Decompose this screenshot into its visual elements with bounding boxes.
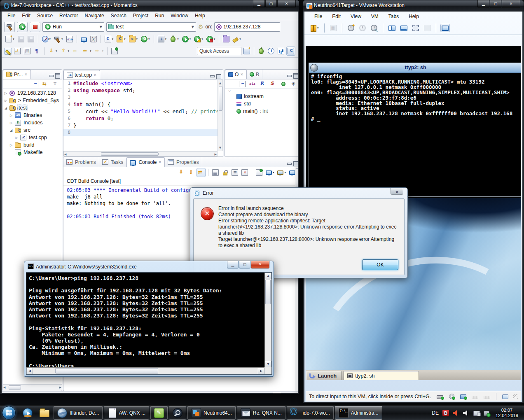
public-dot-icon[interactable] [279,79,288,89]
code-line[interactable]: 1#include <iostream> [63,80,218,87]
close-button[interactable]: ✕ [502,0,520,8]
close-tab-icon[interactable]: ✕ [240,72,243,77]
scroll-up-icon[interactable] [187,168,196,177]
save-console-icon[interactable] [211,168,220,177]
minimize-button[interactable]: ▁ [227,261,239,268]
close-button[interactable] [391,188,403,195]
expand-icon[interactable]: ▷ [10,114,15,117]
close-tab-icon[interactable]: ✕ [94,73,97,77]
tab-console[interactable]: Console✕ [126,157,165,167]
tab-project-explorer[interactable]: Pr... ✕ [3,70,31,79]
taskbar-clock[interactable]: 02:07 12.04.2019 [493,408,521,418]
ide-menu-source[interactable]: Source [34,12,56,19]
ide-menu-window[interactable]: Window [167,12,192,19]
qnx-terminal-window[interactable]: ttyp2: sh # ifconfiglo0: flags=8049<UP,L… [309,63,521,197]
maximize-view-icon[interactable] [293,161,298,165]
code-line[interactable]: 2using namespace std; [63,87,218,94]
ide-menu-file[interactable]: File [4,12,19,19]
next-annotation-icon[interactable]: ▾ [47,47,58,56]
code-line[interactable]: 5 cout << "Hello World!!!" << endl; // p… [63,108,218,115]
launch-config-icon[interactable]: ▾ [157,35,168,44]
info-icon[interactable] [267,47,276,56]
ide-menu-navigate[interactable]: Navigate [81,12,107,19]
lock-console-icon[interactable] [221,168,229,177]
minimize-view-icon[interactable] [210,74,215,78]
taskbar-button-steam[interactable] [169,406,186,420]
taskbar-button-momentics[interactable]: ide-7.0-wo... [287,406,334,420]
collapse-all-icon[interactable] [238,79,247,89]
stop-button[interactable] [30,22,40,32]
compass-icon[interactable]: ▾ [41,35,52,44]
resize-grip[interactable] [513,394,518,399]
vm-menu-file[interactable]: File [310,13,326,20]
tray-lang-icon[interactable]: DE [432,410,439,416]
tray-b-badge-icon[interactable]: B [442,410,449,416]
qnx-task-button-ttyp2[interactable]: ttyp2: sh [344,371,419,380]
cmd-hscrollbar[interactable]: ◀ ▶ [26,367,264,374]
expand-icon[interactable]: ▷ [15,136,20,140]
minimize-view-icon[interactable] [49,73,54,77]
disconnect-icon[interactable] [89,35,98,44]
tree-item-192-168-237-128[interactable]: ▷192.168.237.128 [3,89,62,97]
tab-test-cpp[interactable]: test.cpp ✕ [63,70,100,79]
search-flashlight-icon[interactable]: ▾ [232,35,242,43]
expand-icon[interactable]: ▷ [5,91,9,95]
expand-icon[interactable]: ▷ [10,121,15,125]
run-button[interactable] [17,22,28,32]
code-line[interactable]: 6 return 0; [63,115,218,122]
taskbar-button-notepadpp[interactable] [150,406,168,420]
new-wizard-icon[interactable]: ▾ [4,35,16,44]
close-tab-icon[interactable]: ✕ [158,160,161,164]
hide-static-icon[interactable] [269,79,278,89]
snapshot-manager-icon[interactable] [370,23,379,33]
console-view-icon[interactable] [440,24,450,32]
clear-console-icon[interactable] [240,168,249,177]
launch-config-combo[interactable]: test ▼ [106,22,196,32]
maximize-button[interactable]: ▢ [265,0,277,8]
ide-menu-help[interactable]: Help [192,12,208,19]
cmd-titlebar[interactable]: Administrator: C:\Windows\system32\cmd.e… [24,261,274,272]
link-with-editor-icon[interactable] [41,79,50,89]
tab-tasks[interactable]: Tasks [99,157,127,167]
tree-item-makefile[interactable]: Makefile [3,149,62,156]
chart-icon[interactable] [276,47,285,56]
build-button[interactable] [4,22,15,32]
taskbar-button-document[interactable]: AW: QNX ... [104,406,149,420]
coverage-run-icon[interactable]: ▾ [205,35,217,44]
ide-menu-project[interactable]: Project [130,12,152,19]
pin-console-icon[interactable] [255,168,264,177]
show-thumbnails-icon[interactable] [399,24,409,32]
maximize-view-icon[interactable] [55,73,60,77]
taskbar-button-mail[interactable]: Re: QNX N... [237,406,285,420]
new-c-file-icon[interactable]: ▾ [103,35,115,44]
minimize-button[interactable]: ▁ [477,0,489,8]
cmd-vscrollbar[interactable]: ▲ ▼ [264,273,271,367]
show-sidebar-icon[interactable] [387,24,397,32]
vm-menu-view[interactable]: View [346,13,365,20]
minimize-button[interactable]: ▁ [253,0,265,8]
launch-config-gear-icon[interactable]: ⚙ [198,23,204,30]
code-line[interactable]: 8 [63,129,218,136]
maximize-button[interactable]: ▢ [490,0,501,8]
scroll-lock-icon[interactable] [196,168,206,177]
quick-access-input[interactable] [197,47,241,55]
minimize-view-icon[interactable] [287,73,292,77]
cpp-persp-icon[interactable] [286,47,295,56]
fullscreen-icon[interactable] [411,23,420,33]
outline-item-iostream[interactable]: iostream [225,93,298,100]
editor-hscrollbar[interactable]: ◀ ▶ [63,151,218,156]
link-editor-icon[interactable] [13,47,22,56]
collapse-icon[interactable]: ◢ [5,106,9,110]
minimize-view-icon[interactable] [287,161,292,165]
maximize-button[interactable]: ▢ [239,261,250,268]
maximize-view-icon[interactable] [216,74,221,78]
maximize-view-icon[interactable] [293,73,298,77]
open-type-icon[interactable] [222,35,231,44]
hide-inactive-icon[interactable] [289,79,298,89]
display-console-icon[interactable]: ▾ [264,168,276,176]
ide-menu-edit[interactable]: Edit [19,12,34,19]
prev-annotation-icon[interactable]: ▾ [59,47,71,56]
cmd-console[interactable]: C:\Users\User>ping 192.168.237.128 Ping … [26,272,272,375]
tree-item-test-cpp[interactable]: ▷test.cpp [3,134,62,141]
tree-item-src[interactable]: ◢src [3,126,62,134]
